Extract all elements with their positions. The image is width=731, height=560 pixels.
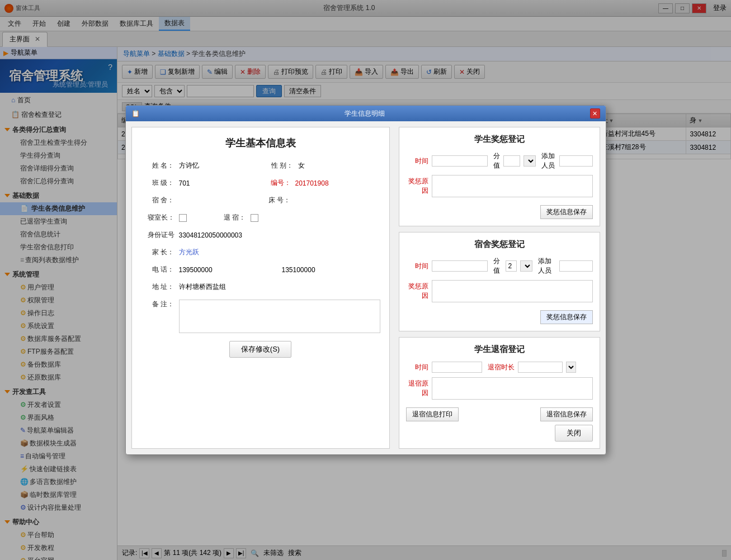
checkout-reason-textarea[interactable] bbox=[432, 377, 593, 400]
parent-label: 家 长： bbox=[141, 248, 175, 257]
modal-overlay: 📋 学生信息明细 ✕ 学生基本信息表 姓 名： 方诗忆 性 别： 女 班 级： … bbox=[0, 0, 731, 560]
address-label: 地 址： bbox=[141, 282, 175, 292]
dorm-award-title: 宿舍奖惩登记 bbox=[406, 239, 593, 250]
modal-title: 学生信息明细 bbox=[345, 109, 385, 118]
student-award-time-input[interactable] bbox=[432, 155, 488, 167]
class-label: 班 级： bbox=[141, 178, 175, 188]
checkout-save-button[interactable]: 退宿信息保存 bbox=[540, 407, 593, 421]
checkout-time-input[interactable] bbox=[432, 362, 482, 373]
id-label: 编号： bbox=[268, 178, 291, 188]
student-info-form: 学生基本信息表 姓 名： 方诗忆 性 别： 女 班 级： 701 编号： 201… bbox=[131, 127, 390, 449]
remark-textarea[interactable] bbox=[179, 300, 380, 333]
idcard-label: 身份证号 bbox=[141, 230, 175, 240]
checkout-reason-label: 退宿原因 bbox=[406, 379, 428, 398]
dorm-award-time-input[interactable] bbox=[432, 260, 488, 272]
dorm-label: 宿 舍： bbox=[141, 196, 175, 205]
dorm-reason-label: 奖惩原因 bbox=[406, 282, 428, 301]
checkout-buttons-row: 退宿信息打印 退宿信息保存 bbox=[406, 404, 593, 421]
checkout-print-button[interactable]: 退宿信息打印 bbox=[406, 407, 459, 421]
form-row-dorm: 宿 舍： 床 号： bbox=[141, 196, 380, 205]
gender-value: 女 bbox=[298, 161, 380, 170]
gender-label: 性 别： bbox=[266, 161, 294, 170]
parent-value: 方光跃 bbox=[179, 248, 380, 257]
id-value: 201701908 bbox=[295, 179, 380, 187]
modal-title-bar: 📋 学生信息明细 ✕ bbox=[126, 106, 606, 121]
remark-label: 备 注： bbox=[141, 300, 175, 309]
checkout-duration-label: 退宿时长 bbox=[488, 363, 515, 372]
student-score-select[interactable] bbox=[524, 155, 536, 167]
idcard-value: 33048120050000003 bbox=[179, 231, 380, 239]
form-row-class: 班 级： 701 编号： 201701908 bbox=[141, 178, 380, 188]
head-label: 寝室长： bbox=[141, 213, 175, 222]
form-row-phone: 电 话： 139500000 135100000 bbox=[141, 265, 380, 274]
form-row-idcard: 身份证号 33048120050000003 bbox=[141, 230, 380, 240]
student-award-section: 学生奖惩登记 时间 分值 添加人员 奖惩原因 bbox=[399, 127, 600, 226]
checkout-checkbox-field[interactable] bbox=[251, 214, 258, 222]
student-award-save-button[interactable]: 奖惩信息保存 bbox=[540, 205, 593, 219]
modal-close-icon-button[interactable]: ✕ bbox=[590, 108, 600, 118]
student-reason-label: 奖惩原因 bbox=[406, 177, 428, 196]
form-row-name: 姓 名： 方诗忆 性 别： 女 bbox=[141, 161, 380, 170]
checkout-label: 退 宿： bbox=[213, 213, 246, 222]
checkout-title: 学生退宿登记 bbox=[406, 344, 593, 355]
form-row-address: 地 址： 许村塘桥西盐组 bbox=[141, 282, 380, 292]
class-value: 701 bbox=[179, 179, 264, 187]
form-title: 学生基本信息表 bbox=[141, 136, 380, 150]
dorm-reason-textarea[interactable] bbox=[432, 280, 593, 302]
form-row-head: 寝室长： 退 宿： bbox=[141, 213, 380, 222]
student-award-time-row: 时间 分值 添加人员 bbox=[406, 151, 593, 170]
student-award-title: 学生奖惩登记 bbox=[406, 134, 593, 145]
checkout-reason-row: 退宿原因 bbox=[406, 377, 593, 400]
form-row-parent: 家 长： 方光跃 bbox=[141, 248, 380, 257]
student-detail-modal: 📋 学生信息明细 ✕ 学生基本信息表 姓 名： 方诗忆 性 别： 女 班 级： … bbox=[125, 105, 606, 455]
checkout-close-button[interactable]: 关闭 bbox=[555, 425, 593, 442]
dorm-score-input[interactable] bbox=[506, 260, 517, 272]
checkout-time-label: 时间 bbox=[406, 363, 428, 372]
phone1-value: 139500000 bbox=[179, 266, 277, 274]
student-reason-row: 奖惩原因 bbox=[406, 175, 593, 197]
student-score-input[interactable] bbox=[503, 155, 520, 167]
student-reason-textarea[interactable] bbox=[432, 175, 593, 197]
head-checkbox-field[interactable] bbox=[179, 214, 187, 222]
dorm-award-time-row: 时间 分值 添加人员 bbox=[406, 257, 593, 276]
dorm-award-save-button[interactable]: 奖惩信息保存 bbox=[540, 310, 593, 324]
modal-title-icon: 📋 bbox=[131, 110, 140, 117]
address-value: 许村塘桥西盐组 bbox=[179, 282, 380, 292]
checkout-close-row: 关闭 bbox=[406, 425, 593, 442]
student-add-person-input[interactable] bbox=[559, 155, 593, 167]
checkout-duration-select[interactable] bbox=[566, 362, 576, 373]
dorm-score-select[interactable] bbox=[520, 260, 532, 272]
name-label: 姓 名： bbox=[141, 161, 175, 170]
modal-body: 学生基本信息表 姓 名： 方诗忆 性 别： 女 班 级： 701 编号： 201… bbox=[126, 121, 606, 454]
student-add-person-label: 添加人员 bbox=[541, 151, 555, 170]
form-footer: 保存修改(S) bbox=[141, 341, 380, 358]
save-modify-button[interactable]: 保存修改(S) bbox=[229, 341, 291, 358]
bed-label: 床 号： bbox=[268, 196, 291, 205]
dorm-add-person-input[interactable] bbox=[559, 260, 593, 272]
student-award-time-label: 时间 bbox=[406, 156, 428, 166]
phone-label: 电 话： bbox=[141, 265, 175, 274]
dorm-award-section: 宿舍奖惩登记 时间 分值 添加人员 奖惩原因 bbox=[399, 232, 600, 331]
dorm-award-time-label: 时间 bbox=[406, 262, 428, 271]
phone2-value: 135100000 bbox=[282, 266, 380, 274]
form-row-remark: 备 注： bbox=[141, 300, 380, 333]
modal-right-panel: 学生奖惩登记 时间 分值 添加人员 奖惩原因 bbox=[399, 127, 600, 449]
dorm-add-person-label: 添加人员 bbox=[538, 257, 556, 276]
checkout-duration-input[interactable] bbox=[518, 362, 563, 373]
name-value: 方诗忆 bbox=[179, 161, 261, 170]
student-score-label: 分值 bbox=[493, 151, 501, 170]
dorm-score-label: 分值 bbox=[493, 257, 502, 276]
checkout-section: 学生退宿登记 时间 退宿时长 退宿原因 bbox=[399, 337, 600, 449]
checkout-time-row: 时间 退宿时长 bbox=[406, 362, 593, 373]
dorm-reason-row: 奖惩原因 bbox=[406, 280, 593, 302]
